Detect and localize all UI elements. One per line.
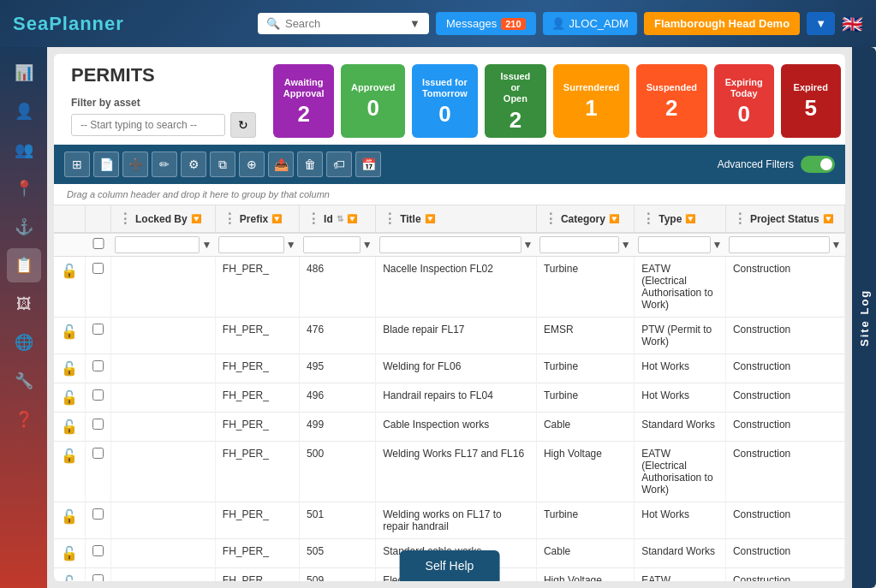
col-category-header[interactable]: ⋮ Category 🔽 (536, 205, 634, 233)
cell-checkbox-1[interactable] (86, 318, 111, 354)
row-checkbox-0[interactable] (92, 263, 104, 274)
col-project-status-header[interactable]: ⋮ Project Status 🔽 (725, 205, 844, 233)
toolbar-export-csv-button[interactable]: ⊞ (64, 151, 90, 177)
search-dropdown-icon[interactable]: ▼ (409, 17, 420, 30)
filter-title-icon[interactable]: ▼ (523, 239, 533, 251)
sidebar-item-group[interactable]: 👥 (7, 133, 41, 167)
toolbar-tag-button[interactable]: 🏷 (326, 151, 352, 177)
col-menu-icon2[interactable]: ⋮ (223, 211, 236, 227)
col-menu-icon3[interactable]: ⋮ (307, 211, 320, 227)
toolbar-export2-button[interactable]: 📤 (268, 151, 294, 177)
table-row[interactable]: 🔓 FH_PER_ 500 Welding Works FL17 and FL1… (54, 442, 845, 502)
status-card-issued-tomorrow[interactable]: Issued forTomorrow 0 (412, 64, 478, 138)
sidebar-item-wrench[interactable]: 🔧 (7, 364, 41, 398)
sidebar-item-anchor[interactable]: ⚓ (7, 210, 41, 244)
toolbar-add2-button[interactable]: ⊕ (239, 151, 265, 177)
table-row[interactable]: 🔓 FH_PER_ 496 Handrail repairs to FL04 T… (54, 383, 845, 413)
status-card-awaiting-approval[interactable]: AwaitingApproval 2 (273, 64, 334, 138)
toolbar-delete-button[interactable]: 🗑 (297, 151, 323, 177)
filter-project-status-input[interactable] (729, 236, 829, 253)
sidebar-item-person[interactable]: 👤 (7, 94, 41, 128)
cell-checkbox-7[interactable] (86, 539, 111, 568)
advanced-filters-toggle[interactable] (801, 156, 835, 173)
company-dropdown-button[interactable]: ▼ (807, 12, 835, 35)
refresh-button[interactable]: ↻ (230, 112, 256, 138)
col-title-header[interactable]: ⋮ Title 🔽 (376, 205, 537, 233)
cell-checkbox-6[interactable] (86, 502, 111, 539)
filter-prefix-input[interactable] (218, 236, 283, 253)
sidebar-item-globe[interactable]: 🌐 (7, 325, 41, 359)
filter-icon5[interactable]: 🔽 (609, 214, 619, 223)
col-menu-icon4[interactable]: ⋮ (383, 211, 396, 227)
toolbar-copy-button[interactable]: ⧉ (210, 151, 235, 177)
status-card-expiring-today[interactable]: ExpiringToday 0 (714, 64, 774, 138)
filter-category-input[interactable] (539, 236, 618, 253)
filter-category-icon[interactable]: ▼ (621, 239, 631, 251)
filter-checkbox-cell[interactable] (86, 233, 111, 257)
table-row[interactable]: 🔓 FH_PER_ 486 Nacelle Inspection FL02 Tu… (54, 257, 845, 318)
table-row[interactable]: 🔓 FH_PER_ 476 Blade repair FL17 EMSR PTW… (54, 318, 845, 354)
cell-checkbox-2[interactable] (86, 354, 111, 383)
row-checkbox-3[interactable] (92, 389, 104, 401)
toolbar-settings-button[interactable]: ⚙ (181, 151, 206, 177)
toolbar-export-pdf-button[interactable]: 📄 (93, 151, 119, 177)
status-card-approved[interactable]: Approved 0 (341, 64, 405, 138)
filter-icon2[interactable]: 🔽 (271, 214, 282, 223)
col-menu-icon6[interactable]: ⋮ (641, 211, 655, 227)
status-card-suspended[interactable]: Suspended 2 (636, 64, 707, 138)
col-type-header[interactable]: ⋮ Type 🔽 (635, 205, 726, 233)
filter-icon3[interactable]: 🔽 (347, 214, 357, 223)
filter-icon4[interactable]: 🔽 (425, 214, 435, 223)
cell-checkbox-8[interactable] (86, 568, 111, 582)
table-row[interactable]: 🔓 FH_PER_ 501 Welding works on FL17 to r… (54, 502, 845, 539)
col-prefix-header[interactable]: ⋮ Prefix 🔽 (215, 205, 299, 233)
row-checkbox-4[interactable] (92, 419, 104, 430)
site-log-tab[interactable]: Site Log (852, 47, 876, 588)
filter-type-input[interactable] (638, 236, 711, 253)
status-card-expired[interactable]: Expired 5 (781, 64, 841, 138)
row-checkbox-1[interactable] (92, 324, 104, 335)
cell-checkbox-5[interactable] (86, 442, 111, 502)
filter-type-icon[interactable]: ▼ (712, 239, 723, 251)
status-card-issued-open[interactable]: Issued orOpen 2 (485, 64, 546, 138)
self-help-button[interactable]: Self Help (400, 550, 500, 581)
row-checkbox-6[interactable] (92, 508, 104, 520)
toolbar-edit-button[interactable]: ✏ (152, 151, 177, 177)
filter-icon6[interactable]: 🔽 (685, 214, 695, 223)
filter-locked-by-icon[interactable]: ▼ (201, 239, 212, 251)
messages-button[interactable]: Messages 210 (436, 12, 536, 35)
company-button[interactable]: Flamborough Head Demo (644, 12, 800, 35)
toolbar-calendar-button[interactable]: 📅 (355, 151, 381, 177)
sort-icon[interactable]: ⇅ (337, 214, 343, 223)
row-checkbox-7[interactable] (92, 545, 104, 556)
asset-filter-input[interactable] (71, 114, 225, 136)
language-flag-button[interactable]: 🇬🇧 (842, 14, 863, 34)
cell-checkbox-4[interactable] (86, 413, 111, 442)
app-logo[interactable]: SeaPlanner (13, 13, 124, 35)
toolbar-add-button[interactable]: ➕ (122, 151, 148, 177)
sidebar-item-chart[interactable]: 📊 (7, 56, 41, 90)
sidebar-item-permits[interactable]: 📋 (7, 248, 41, 282)
filter-locked-by-input[interactable] (115, 236, 200, 253)
filter-icon7[interactable]: 🔽 (823, 214, 833, 223)
col-locked-by-header[interactable]: ⋮ Locked By 🔽 (111, 205, 216, 233)
row-checkbox-8[interactable] (92, 574, 104, 581)
search-bar[interactable]: 🔍 ▼ (258, 13, 429, 34)
status-card-surrendered[interactable]: Surrendered 1 (553, 64, 629, 138)
user-button[interactable]: 👤 JLOC_ADM (543, 12, 637, 35)
filter-prefix-icon[interactable]: ▼ (286, 239, 296, 251)
cell-checkbox-3[interactable] (86, 383, 111, 413)
search-input[interactable] (285, 17, 404, 30)
col-menu-icon[interactable]: ⋮ (118, 211, 132, 227)
filter-icon[interactable]: 🔽 (191, 214, 201, 223)
table-row[interactable]: 🔓 FH_PER_ 495 Welding for FL06 Turbine H… (54, 354, 845, 383)
select-all-checkbox[interactable] (89, 238, 108, 249)
filter-id-input[interactable] (303, 236, 361, 253)
col-menu-icon5[interactable]: ⋮ (544, 211, 557, 227)
table-container[interactable]: ⋮ Locked By 🔽 ⋮ Prefix 🔽 (54, 205, 845, 581)
filter-project-status-icon[interactable]: ▼ (831, 239, 842, 251)
filter-id-icon[interactable]: ▼ (362, 239, 372, 251)
sidebar-item-location[interactable]: 📍 (7, 171, 41, 205)
sidebar-item-help[interactable]: ❓ (7, 402, 41, 437)
cell-checkbox-0[interactable] (86, 257, 111, 318)
